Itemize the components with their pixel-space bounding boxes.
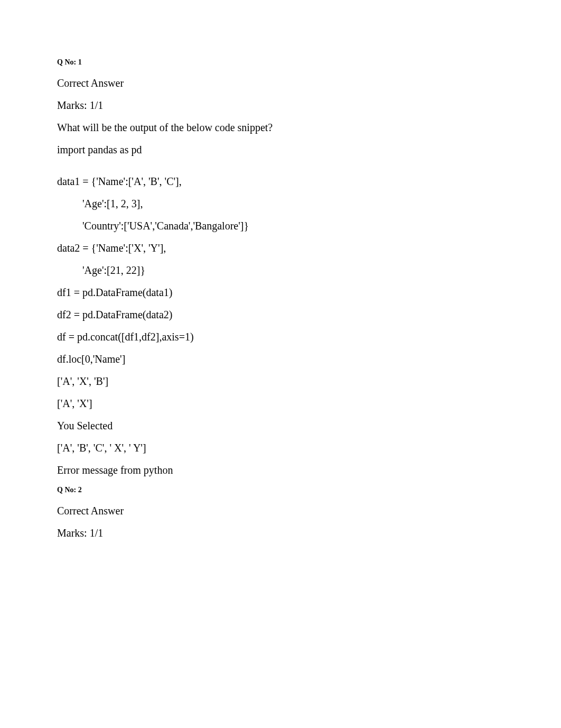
code-line: df = pd.concat([df1,df2],axis=1) xyxy=(57,330,504,343)
code-line: df.loc[0,'Name'] xyxy=(57,353,504,365)
code-line: 'Country':['USA','Canada','Bangalore']} xyxy=(57,219,504,232)
code-line: data2 = {'Name':['X', 'Y'], xyxy=(57,242,504,254)
marks-1: Marks: 1/1 xyxy=(57,99,504,112)
question-text-1: What will be the output of the below cod… xyxy=(57,121,504,134)
option-3: ['A', 'B', 'C', ' X', ' Y'] xyxy=(57,441,504,454)
code-line: data1 = {'Name':['A', 'B', 'C'], xyxy=(57,175,504,188)
option-1: ['A', 'X', 'B'] xyxy=(57,375,504,388)
marks-2: Marks: 1/1 xyxy=(57,527,504,539)
blank-line xyxy=(57,165,504,175)
code-line: import pandas as pd xyxy=(57,143,504,156)
option-4: Error message from python xyxy=(57,464,504,476)
code-line: df2 = pd.DataFrame(data2) xyxy=(57,308,504,321)
code-line: df1 = pd.DataFrame(data1) xyxy=(57,286,504,299)
you-selected-label: You Selected xyxy=(57,419,504,432)
code-line: 'Age':[1, 2, 3], xyxy=(57,197,504,210)
question-number-2: Q No: 2 xyxy=(57,486,504,495)
option-2: ['A', 'X'] xyxy=(57,397,504,410)
question-number-1: Q No: 1 xyxy=(57,58,504,67)
code-line: 'Age':[21, 22]} xyxy=(57,264,504,277)
answer-status-2: Correct Answer xyxy=(57,504,504,517)
answer-status-1: Correct Answer xyxy=(57,77,504,89)
